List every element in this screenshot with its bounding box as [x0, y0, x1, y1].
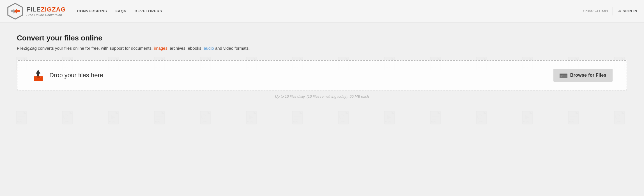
bg-icon-bottom: DOC: [292, 111, 306, 128]
nav-conversions[interactable]: CONVERSIONS: [77, 9, 107, 13]
page-description: FileZigZag converts your files online fo…: [17, 45, 627, 52]
svg-text:DOC: DOC: [293, 120, 299, 123]
svg-rect-88: [560, 75, 567, 78]
drop-zone[interactable]: Drop your files here Browse for Files: [17, 60, 627, 90]
svg-text:DOC: DOC: [155, 120, 161, 123]
page-content: Convert your files online FileZigZag con…: [0, 22, 644, 110]
svg-rect-66: [430, 111, 440, 124]
nav-developers[interactable]: DEVELOPERS: [135, 9, 162, 13]
svg-text:DOC: DOC: [431, 120, 437, 123]
online-users: Online: 24 Users: [583, 9, 608, 13]
logo-file-text: FILE: [26, 6, 41, 13]
desc-suffix: and video formats.: [214, 46, 250, 51]
bg-icon-bottom: WMV: [384, 111, 398, 128]
logo[interactable]: FILEZIGZAG Free Online Conversion: [7, 3, 66, 20]
svg-text:WMV: WMV: [247, 120, 253, 123]
header-right: Online: 24 Users ➜ SIGN IN: [583, 7, 637, 15]
svg-text:WMV: WMV: [523, 120, 529, 123]
svg-text:WMV: WMV: [109, 120, 115, 123]
drop-icon: [31, 69, 45, 82]
svg-point-62: [339, 115, 344, 119]
page-title: Convert your files online: [17, 34, 627, 42]
drop-left: Drop your files here: [31, 69, 103, 82]
logo-zigzag-text: ZIGZAG: [41, 6, 66, 13]
svg-rect-82: [614, 111, 624, 124]
browse-label: Browse for Files: [570, 73, 606, 78]
svg-marker-43: [111, 115, 115, 120]
nav-faqs[interactable]: FAQs: [116, 9, 126, 13]
bg-icon-bottom: DOC: [154, 111, 168, 128]
bg-icon-bottom: JPG: [476, 111, 490, 128]
desc-mid: , archives, ebooks,: [167, 46, 204, 51]
sign-in-icon: ➜: [617, 8, 621, 14]
svg-rect-55: [292, 111, 302, 124]
svg-marker-85: [36, 70, 40, 76]
svg-rect-63: [384, 111, 394, 124]
svg-text:JPG: JPG: [202, 120, 207, 123]
svg-point-73: [477, 115, 482, 119]
main-content: GIF GIF PDF PDF GIF PDF GIF PDF: [0, 22, 644, 196]
svg-rect-41: [108, 111, 118, 124]
bg-icon-bottom: JPG: [338, 111, 352, 128]
site-header: FILEZIGZAG Free Online Conversion CONVER…: [0, 0, 644, 22]
svg-rect-52: [246, 111, 256, 124]
svg-rect-33: [16, 111, 26, 124]
svg-text:DOC: DOC: [17, 120, 23, 123]
logo-icon: [7, 3, 24, 20]
svg-point-40: [63, 115, 68, 119]
browse-button[interactable]: Browse for Files: [553, 69, 613, 82]
svg-rect-77: [568, 111, 578, 124]
sign-in-label: SIGN IN: [623, 9, 637, 13]
logo-name: FILEZIGZAG: [26, 6, 66, 13]
svg-rect-74: [522, 111, 532, 124]
bg-icon-bottom: DOC: [16, 111, 30, 128]
bg-icon-bottom: JPG: [614, 111, 628, 128]
header-divider: [613, 7, 613, 15]
svg-rect-71: [476, 111, 486, 124]
svg-point-84: [615, 115, 620, 119]
file-limit: Up to 10 files daily. (10 files remainin…: [17, 94, 627, 99]
svg-text:JPG: JPG: [64, 120, 69, 123]
main-nav: CONVERSIONS FAQs DEVELOPERS: [77, 9, 583, 13]
svg-text:WMV: WMV: [385, 120, 391, 123]
bg-icon-bottom: DOC: [430, 111, 444, 128]
folder-icon: [560, 72, 567, 78]
bg-icon-bottom: WMV: [522, 111, 536, 128]
svg-marker-54: [249, 115, 253, 120]
svg-rect-38: [62, 111, 72, 124]
svg-text:JPG: JPG: [340, 120, 345, 123]
svg-rect-49: [200, 111, 210, 124]
svg-point-51: [201, 115, 206, 119]
bg-icon-bottom: WMV: [246, 111, 260, 128]
desc-prefix: FileZigZag converts your files online fo…: [17, 46, 154, 51]
svg-marker-76: [525, 115, 529, 120]
logo-tagline: Free Online Conversion: [26, 13, 66, 17]
svg-text:JPG: JPG: [478, 120, 483, 123]
bg-icon-bottom: DOC: [568, 111, 582, 128]
sign-in-button[interactable]: ➜ SIGN IN: [617, 8, 637, 14]
bg-icon-bottom: JPG: [62, 111, 76, 128]
drop-text: Drop your files here: [49, 72, 103, 79]
logo-text: FILEZIGZAG Free Online Conversion: [26, 6, 66, 17]
desc-images: images: [154, 46, 167, 51]
svg-text:DOC: DOC: [569, 120, 575, 123]
bg-row-bottom: DOC JPG WMV DOC JPG WMV DOC JPG: [0, 111, 644, 196]
bg-icon-bottom: WMV: [108, 111, 122, 128]
svg-rect-44: [154, 111, 164, 124]
bg-icon-bottom: JPG: [200, 111, 214, 128]
svg-text:JPG: JPG: [616, 120, 621, 123]
svg-marker-65: [387, 115, 391, 120]
desc-audio: audio: [204, 46, 214, 51]
svg-rect-60: [338, 111, 348, 124]
